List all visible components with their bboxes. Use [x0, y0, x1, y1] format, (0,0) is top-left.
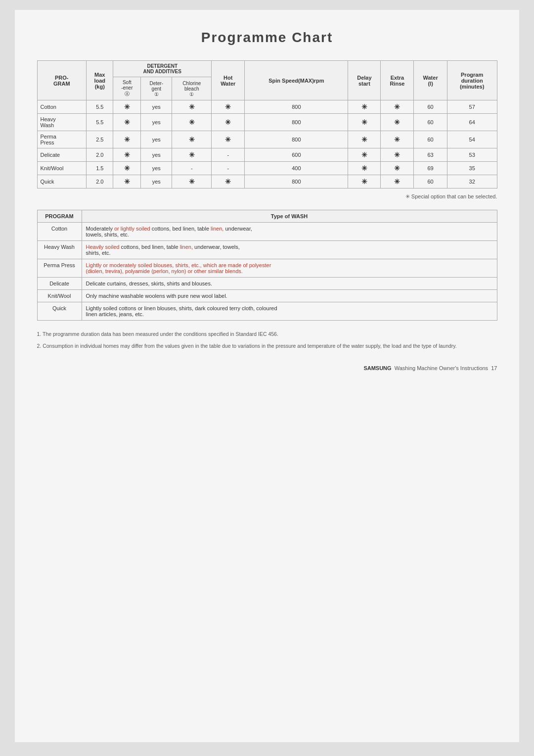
- wash-desc-heavywash: Heavily soiled cottons, bed linen, table…: [82, 241, 497, 259]
- list-item: Heavy Wash Heavily soiled cottons, bed l…: [37, 241, 497, 259]
- water-quick: 60: [414, 175, 447, 189]
- list-item: Quick Lightly soiled cottons or linen bl…: [37, 302, 497, 321]
- water-delicate: 63: [414, 148, 447, 162]
- spin-knitwool: 400: [245, 162, 348, 175]
- note-1: 1. The programme duration data has been …: [37, 331, 497, 338]
- water-knitwool: 69: [414, 162, 447, 175]
- dur-permapress: 54: [447, 131, 497, 148]
- prog-cotton: Cotton: [37, 100, 87, 114]
- det-delicate: yes: [141, 148, 172, 162]
- det-knitwool: yes: [141, 162, 172, 175]
- hot-heavywash: ✳: [212, 114, 245, 131]
- notes-section: 1. The programme duration data has been …: [37, 331, 497, 350]
- chlor-knitwool: -: [172, 162, 212, 175]
- prog-delicate: Delicate: [37, 148, 87, 162]
- extra-permapress: ✳: [381, 131, 414, 148]
- extra-cotton: ✳: [381, 100, 414, 114]
- spin-heavywash: 800: [245, 114, 348, 131]
- delay-knitwool: ✳: [348, 162, 381, 175]
- programme-chart-table: PRO-GRAM Maxload(kg) DETERGENTAND ADDITI…: [37, 60, 497, 189]
- red-text: Lightly or moderately soiled blouses, sh…: [86, 262, 271, 268]
- col-detergent: Deter-gent①: [141, 77, 172, 100]
- col-maxload: Maxload(kg): [87, 61, 113, 100]
- det-heavywash: yes: [141, 114, 172, 131]
- extra-knitwool: ✳: [381, 162, 414, 175]
- col-water: Water(l): [414, 61, 447, 100]
- col-chlorine: Chlorinebleach①: [172, 77, 212, 100]
- red-text: linen,: [211, 226, 223, 232]
- water-cotton: 60: [414, 100, 447, 114]
- soft-quick: ✳: [113, 175, 141, 189]
- wash-type-table: PROGRAM Type of WASH Cotton Moderately o…: [37, 210, 497, 321]
- prog-permapress: PermaPress: [37, 131, 87, 148]
- extra-heavywash: ✳: [381, 114, 414, 131]
- delay-quick: ✳: [348, 175, 381, 189]
- soft-knitwool: ✳: [113, 162, 141, 175]
- spin-permapress: 800: [245, 131, 348, 148]
- hot-cotton: ✳: [212, 100, 245, 114]
- extra-delicate: ✳: [381, 148, 414, 162]
- col-duration: Programduration(minutes): [447, 61, 497, 100]
- extra-quick: ✳: [381, 175, 414, 189]
- hot-knitwool: -: [212, 162, 245, 175]
- prog-heavywash: HeavyWash: [37, 114, 87, 131]
- dur-heavywash: 64: [447, 114, 497, 131]
- hot-delicate: -: [212, 148, 245, 162]
- wash-desc-quick: Lightly soiled cottons or linen blouses,…: [82, 302, 497, 321]
- wash-desc-permapress: Lightly or moderately soiled blouses, sh…: [82, 259, 497, 278]
- main-table-body: Cotton 5.5 ✳ yes ✳ ✳ 800 ✳ ✳ 60 57 Heavy…: [37, 100, 497, 189]
- list-item: Knit/Wool Only machine washable woolens …: [37, 290, 497, 302]
- col-delay: Delaystart: [348, 61, 381, 100]
- water-permapress: 60: [414, 131, 447, 148]
- load-knitwool: 1.5: [87, 162, 113, 175]
- spin-quick: 800: [245, 175, 348, 189]
- delay-delicate: ✳: [348, 148, 381, 162]
- delay-cotton: ✳: [348, 100, 381, 114]
- chlor-cotton: ✳: [172, 100, 212, 114]
- dur-knitwool: 35: [447, 162, 497, 175]
- wash-prog-heavywash: Heavy Wash: [37, 241, 82, 259]
- list-item: Cotton Moderately or lightly soiled cott…: [37, 223, 497, 241]
- delay-permapress: ✳: [348, 131, 381, 148]
- table-row: HeavyWash 5.5 ✳ yes ✳ ✳ 800 ✳ ✳ 60 64: [37, 114, 497, 131]
- footer-text: Washing Machine Owner's Instructions: [395, 365, 488, 371]
- footer-page: 17: [491, 365, 497, 371]
- spin-cotton: 800: [245, 100, 348, 114]
- red-text: or lightly soiled: [114, 226, 150, 232]
- chlor-quick: ✳: [172, 175, 212, 189]
- wash-prog-quick: Quick: [37, 302, 82, 321]
- chlor-delicate: ✳: [172, 148, 212, 162]
- water-heavywash: 60: [414, 114, 447, 131]
- page-title: Programme Chart: [25, 20, 509, 60]
- wash-col-program: PROGRAM: [37, 210, 82, 223]
- col-extra-rinse: ExtraRinse: [381, 61, 414, 100]
- hot-quick: ✳: [212, 175, 245, 189]
- table-row: Cotton 5.5 ✳ yes ✳ ✳ 800 ✳ ✳ 60 57: [37, 100, 497, 114]
- red-text: Heavily soiled: [86, 244, 120, 250]
- wash-prog-delicate: Delicate: [37, 278, 82, 290]
- col-spinspeed: Spin Speed(MAX)rpm: [245, 61, 348, 100]
- wash-table-body: Cotton Moderately or lightly soiled cott…: [37, 223, 497, 321]
- soft-heavywash: ✳: [113, 114, 141, 131]
- delay-heavywash: ✳: [348, 114, 381, 131]
- footnote-asterisk: ✳ Special option that can be selected.: [37, 193, 497, 200]
- load-cotton: 5.5: [87, 100, 113, 114]
- soft-permapress: ✳: [113, 131, 141, 148]
- note-2: 2. Consumption in individual homes may d…: [37, 342, 497, 350]
- soft-delicate: ✳: [113, 148, 141, 162]
- wash-prog-knitwool: Knit/Wool: [37, 290, 82, 302]
- prog-quick: Quick: [37, 175, 87, 189]
- col-program: PRO-GRAM: [37, 61, 87, 100]
- table-row: Knit/Wool 1.5 ✳ yes - - 400 ✳ ✳ 69 35: [37, 162, 497, 175]
- load-permapress: 2.5: [87, 131, 113, 148]
- table-row: Quick 2.0 ✳ yes ✳ ✳ 800 ✳ ✳ 60 32: [37, 175, 497, 189]
- red-text: (diolen, trevira), polyamide (perlon, ny…: [86, 268, 243, 274]
- footer: SAMSUNG Washing Machine Owner's Instruct…: [37, 365, 497, 371]
- soft-cotton: ✳: [113, 100, 141, 114]
- list-item: Delicate Delicate curtains, dresses, ski…: [37, 278, 497, 290]
- load-quick: 2.0: [87, 175, 113, 189]
- load-delicate: 2.0: [87, 148, 113, 162]
- wash-desc-delicate: Delicate curtains, dresses, skirts, shir…: [82, 278, 497, 290]
- footer-brand: SAMSUNG: [363, 365, 391, 371]
- col-detergent-group: DETERGENTAND ADDITIVES: [113, 61, 212, 77]
